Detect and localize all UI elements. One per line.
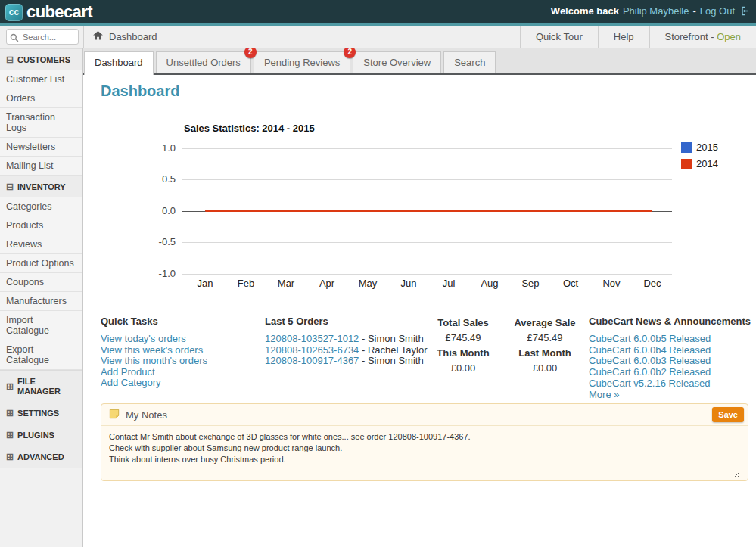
news-link[interactable]: CubeCart 6.0.0b2 Released [589, 367, 751, 378]
x-tick-label: Apr [310, 278, 344, 289]
gridline [182, 242, 672, 243]
chart-legend: 2015 2014 [681, 141, 718, 175]
tab-store-overview[interactable]: Store Overview [353, 51, 441, 73]
legend-entry-2014: 2014 [681, 158, 718, 169]
save-button[interactable]: Save [712, 407, 744, 422]
x-tick-label: Dec [636, 278, 669, 289]
sidebar-item-orders[interactable]: Orders [0, 89, 82, 108]
main-content: Dashboard Sales Statistics: 2014 - 2015 … [83, 75, 756, 547]
tab-label: Store Overview [363, 57, 431, 68]
news-link[interactable]: CubeCart 6.0.0b3 Released [589, 356, 751, 367]
y-tick-label: 0.0 [130, 205, 176, 216]
news-panel: CubeCart News & Announcements CubeCart 6… [589, 315, 751, 400]
tab-pending-reviews[interactable]: Pending Reviews 2 [254, 51, 350, 73]
gridline [182, 179, 672, 180]
news-more-link[interactable]: More » [589, 390, 751, 401]
average-sale-label: Average Sale [503, 315, 586, 331]
expand-icon: ⊞ [6, 409, 14, 418]
link-add-category[interactable]: Add Category [101, 378, 207, 389]
tab-label: Pending Reviews [264, 57, 340, 68]
my-notes-header: My Notes Save [101, 404, 748, 426]
x-tick-label: Nov [595, 278, 628, 289]
storefront-button[interactable]: Storefront - Open [649, 26, 756, 48]
expand-icon: ⊞ [6, 383, 14, 391]
order-separator: - [362, 344, 365, 356]
tab-unsettled-orders[interactable]: Unsettled Orders 2 [156, 51, 251, 73]
order-link[interactable]: 120808-100917-4367 [265, 355, 359, 366]
order-customer: Rachel Taylor [368, 344, 428, 356]
link-view-months-orders[interactable]: View this month's orders [101, 356, 207, 367]
my-notes-panel: My Notes Save Contact Mr Smith about exc… [101, 403, 748, 481]
sidebar-item-manufacturers[interactable]: Manufacturers [0, 292, 82, 311]
note-icon [109, 409, 120, 421]
sidebar-item-mailing-list[interactable]: Mailing List [0, 157, 82, 176]
sidebar-item-categories[interactable]: Categories [0, 197, 82, 216]
order-link[interactable]: 120808-103527-1012 [265, 333, 359, 344]
quick-tour-button[interactable]: Quick Tour [520, 26, 598, 48]
link-view-todays-orders[interactable]: View today's orders [101, 334, 207, 345]
news-link[interactable]: CubeCart 6.0.0b4 Released [589, 345, 751, 356]
this-month-label: This Month [422, 346, 505, 361]
order-link[interactable]: 120808-102653-6734 [265, 344, 359, 356]
sidebar-section-inventory[interactable]: ⊟ INVENTORY [0, 176, 82, 197]
log-out-link[interactable]: Log Out [700, 0, 735, 23]
sidebar-item-coupons[interactable]: Coupons [0, 273, 82, 292]
sidebar-section-settings[interactable]: ⊞ SETTINGS [0, 402, 82, 424]
total-sales-panel: Total Sales £745.49 This Month £0.00 [422, 315, 505, 376]
y-tick-label: 1.0 [130, 142, 176, 154]
gridline [182, 274, 672, 275]
sidebar-section-label: ADVANCED [17, 452, 64, 462]
help-button[interactable]: Help [598, 26, 649, 48]
sidebar-item-export-catalogue[interactable]: Export Catalogue [0, 340, 82, 370]
home-icon[interactable] [93, 31, 103, 42]
sidebar-section-advanced[interactable]: ⊞ ADVANCED [0, 446, 82, 468]
cubecart-logo[interactable]: cc cubecart [5, 2, 92, 22]
x-tick-label: Jul [432, 278, 465, 289]
sidebar-section-plugins[interactable]: ⊞ PLUGINS [0, 424, 82, 446]
tab-search[interactable]: Search [443, 51, 496, 73]
chart-title: Sales Statistics: 2014 - 2015 [184, 123, 315, 134]
tab-dashboard[interactable]: Dashboard [84, 51, 154, 75]
header-user-area: Welcome back Philip Maybelle - Log Out [551, 0, 748, 23]
quick-tasks-title: Quick Tasks [101, 315, 207, 327]
x-tick-label: Jun [392, 278, 425, 289]
sidebar-item-import-catalogue[interactable]: Import Catalogue [0, 311, 82, 340]
news-link[interactable]: CubeCart 6.0.0b5 Released [589, 334, 751, 345]
y-tick-label: -0.5 [130, 236, 176, 247]
x-tick-label: Sep [514, 278, 547, 289]
sidebar-item-transaction-logs[interactable]: Transaction Logs [0, 108, 82, 138]
sidebar-section-customers[interactable]: ⊟ CUSTOMERS [0, 48, 82, 70]
gridline [182, 148, 672, 149]
cubecart-logo-text: cubecart [26, 2, 92, 22]
tab-bar: Dashboard Unsettled Orders 2 Pending Rev… [83, 48, 756, 75]
sidebar-item-products[interactable]: Products [0, 216, 82, 235]
user-name-link[interactable]: Philip Maybelle [623, 0, 689, 23]
average-sale-value: £745.49 [503, 331, 586, 346]
search-icon [10, 32, 19, 45]
toolbar: Dashboard Quick Tour Help Storefront - O… [0, 26, 756, 48]
x-tick-label: Mar [269, 278, 303, 289]
this-month-value: £0.00 [422, 361, 505, 376]
link-view-weeks-orders[interactable]: View this week's orders [101, 345, 207, 356]
my-notes-title: My Notes [126, 409, 167, 421]
last-orders-panel: Last 5 Orders 120808-103527-1012 - Simon… [265, 315, 427, 367]
order-row: 120808-100917-4367 - Simon Smith [265, 356, 427, 367]
breadcrumb-current[interactable]: Dashboard [109, 31, 157, 42]
sidebar-item-newsletters[interactable]: Newsletters [0, 138, 82, 157]
my-notes-body: Contact Mr Smith about exchange of 3D gl… [101, 426, 748, 480]
sidebar-section-file-manager[interactable]: ⊞ FILE MANAGER [0, 370, 82, 402]
storefront-open-link[interactable]: Open [717, 31, 741, 42]
sidebar-item-customer-list[interactable]: Customer List [0, 70, 82, 89]
total-sales-label: Total Sales [422, 315, 505, 331]
news-link[interactable]: CubeCart v5.2.16 Released [589, 378, 751, 390]
link-add-product[interactable]: Add Product [101, 367, 207, 378]
notes-textarea[interactable]: Contact Mr Smith about exchange of 3D gl… [109, 431, 740, 478]
log-out-icon[interactable] [739, 0, 748, 23]
sidebar-item-product-options[interactable]: Product Options [0, 254, 82, 273]
legend-swatch-2014 [681, 159, 692, 169]
page-title: Dashboard [101, 82, 179, 100]
sidebar-item-reviews[interactable]: Reviews [0, 235, 82, 254]
expand-icon: ⊞ [6, 453, 14, 462]
legend-swatch-2015 [681, 142, 692, 153]
x-tick-label: Aug [473, 278, 506, 289]
